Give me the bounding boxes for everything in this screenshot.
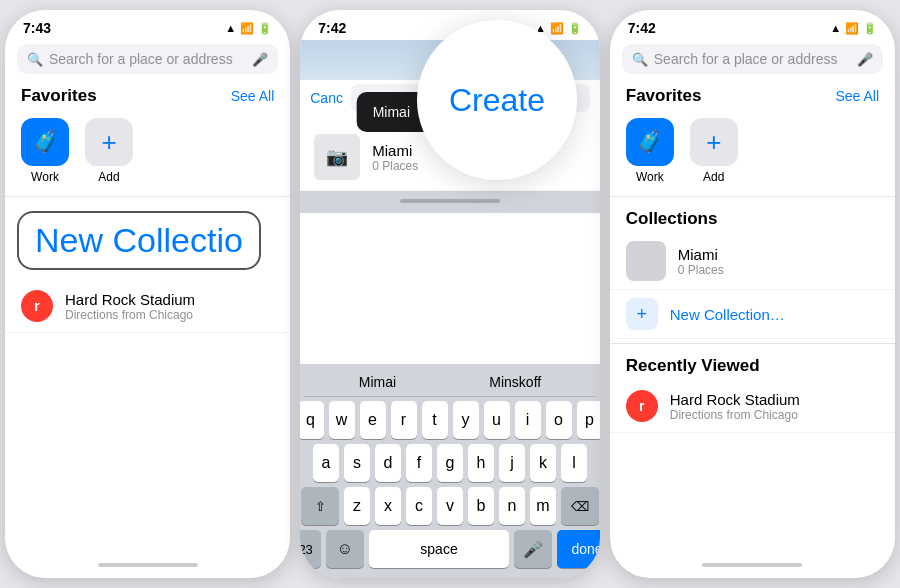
hard-rock-subtitle: Directions from Chicago xyxy=(65,308,195,322)
key-s[interactable]: s xyxy=(344,444,370,482)
recently-viewed-title: Recently Viewed xyxy=(626,356,760,376)
add-label: Add xyxy=(98,170,119,184)
key-123[interactable]: 123 xyxy=(300,530,321,568)
battery-icon: 🔋 xyxy=(258,22,272,35)
hard-rock-icon-right: r xyxy=(626,390,658,422)
key-v[interactable]: v xyxy=(437,487,463,525)
key-a[interactable]: a xyxy=(313,444,339,482)
key-y[interactable]: y xyxy=(453,401,479,439)
favorites-header-right: Favorites See All xyxy=(610,82,895,110)
miami-coll-thumb xyxy=(626,241,666,281)
work-icon-right: 🧳 xyxy=(626,118,674,166)
key-z[interactable]: z xyxy=(344,487,370,525)
cancel-button[interactable]: Canc xyxy=(310,90,343,106)
key-shift[interactable]: ⇧ xyxy=(301,487,339,525)
status-bar-right: 7:42 ▲ 📶 🔋 xyxy=(610,10,895,40)
key-space[interactable]: space xyxy=(369,530,509,568)
key-p[interactable]: p xyxy=(577,401,600,439)
fav-work[interactable]: 🧳 Work xyxy=(21,118,69,184)
suggestion-0[interactable]: Mimai xyxy=(359,374,396,390)
home-indicator-left xyxy=(5,556,290,578)
add-icon: + xyxy=(85,118,133,166)
key-f[interactable]: f xyxy=(406,444,432,482)
key-i[interactable]: i xyxy=(515,401,541,439)
search-placeholder: Search for a place or address xyxy=(49,51,246,67)
new-collection-label: New Collectio xyxy=(17,211,261,270)
key-x[interactable]: x xyxy=(375,487,401,525)
status-icons-right: ▲ 📶 🔋 xyxy=(830,22,877,35)
keyboard-row-1: q w e r t y u i o p xyxy=(307,401,593,439)
time-left: 7:43 xyxy=(23,20,51,36)
miami-thumb: 📷 xyxy=(314,134,360,180)
keyboard-row-3: ⇧ z x c v b n m ⌫ xyxy=(307,487,593,525)
home-bar-right xyxy=(702,563,802,567)
hard-rock-icon: r xyxy=(21,290,53,322)
new-coll-text: New Collection… xyxy=(670,306,785,323)
status-bar-left: 7:43 ▲ 📶 🔋 xyxy=(5,10,290,40)
key-u[interactable]: u xyxy=(484,401,510,439)
phone-middle: 7:42 ▲ 📶 🔋 Canc Miami Mimai Mimci Mi Cre… xyxy=(300,10,600,578)
divider-left xyxy=(5,196,290,197)
key-c[interactable]: c xyxy=(406,487,432,525)
key-t[interactable]: t xyxy=(422,401,448,439)
key-l[interactable]: l xyxy=(561,444,587,482)
wifi-icon-right: 📶 xyxy=(845,22,859,35)
work-label: Work xyxy=(31,170,59,184)
key-w[interactable]: w xyxy=(329,401,355,439)
fav-work-right[interactable]: 🧳 Work xyxy=(626,118,674,184)
fav-add-right[interactable]: + Add xyxy=(690,118,738,184)
recently-viewed-header: Recently Viewed xyxy=(610,350,895,380)
key-k[interactable]: k xyxy=(530,444,556,482)
create-bubble: Create xyxy=(417,20,577,180)
key-q[interactable]: q xyxy=(300,401,323,439)
key-mic[interactable]: 🎤 xyxy=(514,530,552,568)
home-bar-mid xyxy=(400,199,500,203)
status-icons-left: ▲ 📶 🔋 xyxy=(225,22,272,35)
divider-right xyxy=(610,196,895,197)
miami-coll-text: Miami 0 Places xyxy=(678,246,724,277)
hard-rock-name-right: Hard Rock Stadium xyxy=(670,391,800,408)
key-emoji[interactable]: ☺ xyxy=(326,530,364,568)
key-n[interactable]: n xyxy=(499,487,525,525)
phone-right: 7:42 ▲ 📶 🔋 🔍 Search for a place or addre… xyxy=(610,10,895,578)
signal-icon-right: ▲ xyxy=(830,22,841,34)
favorites-title: Favorites xyxy=(21,86,97,106)
miami-text: Miami 0 Places xyxy=(372,142,418,173)
key-m[interactable]: m xyxy=(530,487,556,525)
wifi-icon-mid: 📶 xyxy=(550,22,564,35)
favorites-row-right: 🧳 Work + Add xyxy=(610,110,895,192)
keyboard-suggestions: Mimai Minskoff xyxy=(304,370,596,397)
key-d[interactable]: d xyxy=(375,444,401,482)
key-delete[interactable]: ⌫ xyxy=(561,487,599,525)
new-collection-item[interactable]: + New Collection… xyxy=(610,290,895,339)
hard-rock-item-right[interactable]: r Hard Rock Stadium Directions from Chic… xyxy=(610,380,895,433)
time-mid: 7:42 xyxy=(318,20,346,36)
miami-collection-item[interactable]: Miami 0 Places xyxy=(610,233,895,290)
key-e[interactable]: e xyxy=(360,401,386,439)
favorites-title-right: Favorites xyxy=(626,86,702,106)
miami-places: 0 Places xyxy=(372,159,418,173)
key-g[interactable]: g xyxy=(437,444,463,482)
search-icon-right: 🔍 xyxy=(632,52,648,67)
keyboard-row-2: a s d f g h j k l xyxy=(307,444,593,482)
key-o[interactable]: o xyxy=(546,401,572,439)
new-coll-name: New Collection… xyxy=(670,306,785,323)
fav-add[interactable]: + Add xyxy=(85,118,133,184)
favorites-header: Favorites See All xyxy=(5,82,290,110)
key-j[interactable]: j xyxy=(499,444,525,482)
work-icon: 🧳 xyxy=(21,118,69,166)
suggestion-1[interactable]: Minskoff xyxy=(489,374,541,390)
add-label-right: Add xyxy=(703,170,724,184)
miami-coll-name: Miami xyxy=(678,246,724,263)
search-icon: 🔍 xyxy=(27,52,43,67)
see-all-right[interactable]: See All xyxy=(835,88,879,104)
search-bar-right[interactable]: 🔍 Search for a place or address 🎤 xyxy=(622,44,883,74)
key-b[interactable]: b xyxy=(468,487,494,525)
key-h[interactable]: h xyxy=(468,444,494,482)
battery-icon-right: 🔋 xyxy=(863,22,877,35)
see-all-favorites[interactable]: See All xyxy=(231,88,275,104)
search-bar-left[interactable]: 🔍 Search for a place or address 🎤 xyxy=(17,44,278,74)
key-done[interactable]: done xyxy=(557,530,600,568)
hard-rock-item[interactable]: r Hard Rock Stadium Directions from Chic… xyxy=(5,280,290,333)
key-r[interactable]: r xyxy=(391,401,417,439)
